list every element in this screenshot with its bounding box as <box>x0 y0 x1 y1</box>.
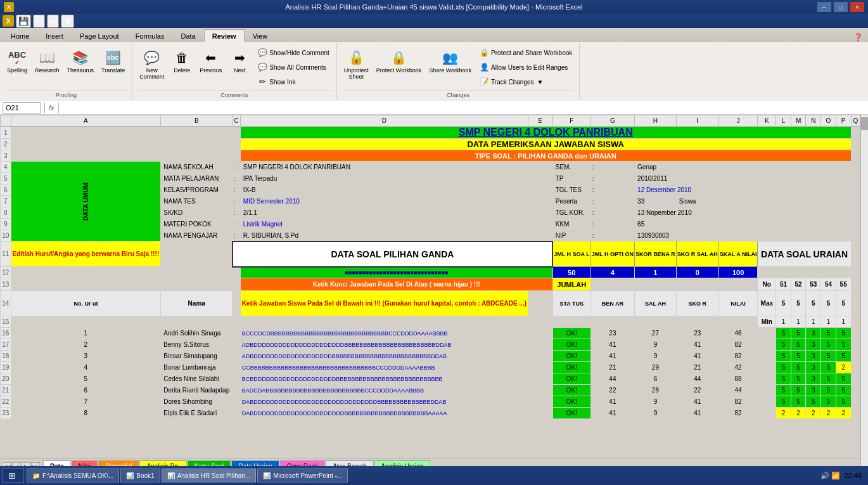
cell-jawaban-5[interactable]: BCBDDDDDDDDDDDDDDDDDDDDBBBBBBBBBBBBBBBBB… <box>240 373 552 385</box>
cell-a2[interactable] <box>11 139 161 150</box>
cell-val-opti[interactable]: 4 <box>590 267 634 278</box>
allow-users-button[interactable]: 👤 Allow Users to Edit Ranges <box>476 60 575 74</box>
cell-u54-8[interactable]: 2 <box>821 408 836 419</box>
cell-e5[interactable] <box>528 173 553 184</box>
cell-nama-sekolah[interactable]: SMP NEGERI 4 DOLOK PANRIBUAN <box>240 162 528 173</box>
cell-nama-7[interactable]: Dores Sihombing <box>161 396 233 408</box>
share-workbook-button[interactable]: 👥 Share Workbook <box>426 46 475 76</box>
qat-save[interactable]: 💾 <box>16 15 31 28</box>
cell-jawaban-7[interactable]: DABDDDDDDDDDDDDDDDDDDDDDDDDDDDDDDBBBBBBB… <box>240 396 552 408</box>
track-changes-dropdown[interactable]: ▼ <box>537 79 544 86</box>
cell-kkm[interactable]: 65 <box>635 219 719 230</box>
cell-u53-8[interactable]: 2 <box>806 408 821 419</box>
tab-review[interactable]: Review <box>204 29 245 42</box>
formula-input[interactable] <box>63 102 865 113</box>
cell-c3[interactable] <box>233 150 241 162</box>
previous-button[interactable]: ⬅ Previous <box>196 46 225 76</box>
cell-kunci-text[interactable]: Ketik Kunci Jawaban Pada Sel Di Atas ( w… <box>240 278 552 291</box>
cell-tgl-tes[interactable]: 12 Desember 2010 <box>635 184 719 196</box>
cell-u51-7[interactable]: 5 <box>776 396 791 408</box>
cell-u55-2[interactable]: 5 <box>836 339 851 351</box>
cell-u52-4[interactable]: 5 <box>791 362 806 373</box>
cell-c1[interactable] <box>233 127 241 139</box>
cell-u55-8[interactable]: 2 <box>836 408 851 419</box>
tab-insert[interactable]: Insert <box>37 29 72 42</box>
cell-nama-1[interactable]: Andri Solihin Sinaga <box>161 328 233 339</box>
show-ink-button[interactable]: ✏ Show Ink <box>254 75 332 89</box>
cell-data-title[interactable]: DATA PEMERIKSAAN JAWABAN SISWA <box>240 139 851 150</box>
cell-u52-5[interactable]: 5 <box>791 373 806 385</box>
cell-u51-8[interactable]: 2 <box>776 408 791 419</box>
cell-u55-6[interactable]: 5 <box>836 385 851 396</box>
cell-nama-8[interactable]: Elpis Elik E.Siadari <box>161 408 233 419</box>
cell-u53-2[interactable]: 3 <box>806 339 821 351</box>
taskbar-item-1[interactable]: 📁 F:\Analisis SEMUA OK\... <box>27 469 119 482</box>
vertical-scrollbar[interactable] <box>860 115 868 471</box>
protect-share-button[interactable]: 🔒 Protect and Share Workbook <box>476 46 575 60</box>
track-changes-button[interactable]: 📝 Track Changes ▼ <box>476 75 575 89</box>
maximize-button[interactable]: □ <box>834 2 848 12</box>
cell-u54-5[interactable]: 5 <box>821 373 836 385</box>
cell-a3[interactable] <box>11 150 161 162</box>
cell-u54-1[interactable]: 5 <box>821 328 836 339</box>
cell-u54-7[interactable]: 5 <box>821 396 836 408</box>
cell-jawaban-2[interactable]: ADBDDDDDDDDDDDDDDDDDDDDDDBBBBBBBBBBBBBBB… <box>240 339 552 351</box>
cell-b3[interactable] <box>161 150 233 162</box>
unprotect-sheet-button[interactable]: 🔓 UnprotectSheet <box>341 46 372 82</box>
new-comment-button[interactable]: 💬 NewComment <box>136 46 167 82</box>
cell-val-benar[interactable]: 1 <box>635 267 677 278</box>
cell-u54-4[interactable]: 5 <box>821 362 836 373</box>
cell-e8[interactable] <box>528 207 553 219</box>
cell-u53-4[interactable]: 3 <box>806 362 821 373</box>
taskbar-item-4[interactable]: 📊 Microsoft PowerPoint -... <box>257 469 348 482</box>
cell-e7[interactable] <box>528 196 553 207</box>
cell-mapel[interactable]: IPA Terpadu <box>240 173 528 184</box>
cell-reference-input[interactable] <box>3 102 41 113</box>
help-button[interactable]: ❓ <box>853 33 863 42</box>
cell-jawaban-4[interactable]: CCBBBBBBBBBBBBBBBBBBBBBBBBBBBBBBBBBCCCDD… <box>240 362 552 373</box>
cell-u51-6[interactable]: 5 <box>776 385 791 396</box>
cell-kunci-bar[interactable]: ■■■■■■■■■■■■■■■■■■■■■■■■■■■■■■ <box>240 267 552 278</box>
delete-comment-button[interactable]: 🗑 Delete <box>169 46 195 76</box>
show-all-comments-button[interactable]: 💬 Show All Comments <box>254 60 332 74</box>
qat-redo[interactable]: ↪ <box>47 15 59 28</box>
cell-jawaban-1[interactable]: BCCCDCDBBBBBBBBBBBBBBBBBBBBBBBBBBBBBBBCC… <box>240 328 552 339</box>
scrollbar-thumb[interactable] <box>861 117 868 130</box>
cell-u51-3[interactable]: 5 <box>776 351 791 362</box>
cell-jawaban-8[interactable]: DABDDDDDDDDDDDDDDDDDDDDDDBBBBBBBBBBBBBBB… <box>240 408 552 419</box>
taskbar-item-2[interactable]: 📊 Book1 <box>120 469 160 482</box>
tab-formulas[interactable]: Formulas <box>127 29 173 42</box>
cell-school-name[interactable]: SMP NEGERI 4 DOLOK PANRIBUAN <box>240 127 851 139</box>
taskbar-item-3[interactable]: 📊 Analisis HR Soal Pilihan... <box>162 469 257 482</box>
cell-u54-6[interactable]: 5 <box>821 385 836 396</box>
cell-u55-7[interactable]: 5 <box>836 396 851 408</box>
spelling-button[interactable]: ABC ✓ Spelling <box>4 46 30 76</box>
tab-home[interactable]: Home <box>3 29 37 42</box>
cell-u53-5[interactable]: 3 <box>806 373 821 385</box>
cell-peserta[interactable]: 33 <box>635 196 677 207</box>
minimize-button[interactable]: − <box>817 2 831 12</box>
cell-u53-6[interactable]: 3 <box>806 385 821 396</box>
cell-u53-3[interactable]: 3 <box>806 351 821 362</box>
cell-nama-6[interactable]: Derita Rianti Nadapdap <box>161 385 233 396</box>
tab-data[interactable]: Data <box>172 29 203 42</box>
cell-tipe-soal[interactable]: TIPE SOAL : PILIHAN GANDA dan URAIAN <box>240 150 851 162</box>
cell-b2[interactable] <box>161 139 233 150</box>
cell-val-skala[interactable]: 100 <box>718 267 758 278</box>
cell-e9[interactable] <box>528 219 553 230</box>
cell-u51-1[interactable]: 5 <box>776 328 791 339</box>
tab-view[interactable]: View <box>245 29 276 42</box>
cell-jawaban-6[interactable]: BADCDABBBBBBBBBBBBBBBBBBBBBBBBBBCCCDDDDA… <box>240 385 552 396</box>
cell-u52-3[interactable]: 5 <box>791 351 806 362</box>
tab-page-layout[interactable]: Page Layout <box>72 29 127 42</box>
cell-e4[interactable] <box>528 162 553 173</box>
cell-nip[interactable]: 130930803 <box>635 230 719 242</box>
cell-u53-1[interactable]: 3 <box>806 328 821 339</box>
cell-u54-2[interactable]: 5 <box>821 339 836 351</box>
start-button[interactable]: ⊞ <box>3 468 24 483</box>
qat-undo[interactable]: ↩ <box>33 15 45 28</box>
cell-u55-3[interactable]: 5 <box>836 351 851 362</box>
scroll-area[interactable]: A B C D E F G H I J K L <box>0 115 860 458</box>
cell-b1[interactable] <box>161 127 233 139</box>
cell-u52-6[interactable]: 5 <box>791 385 806 396</box>
